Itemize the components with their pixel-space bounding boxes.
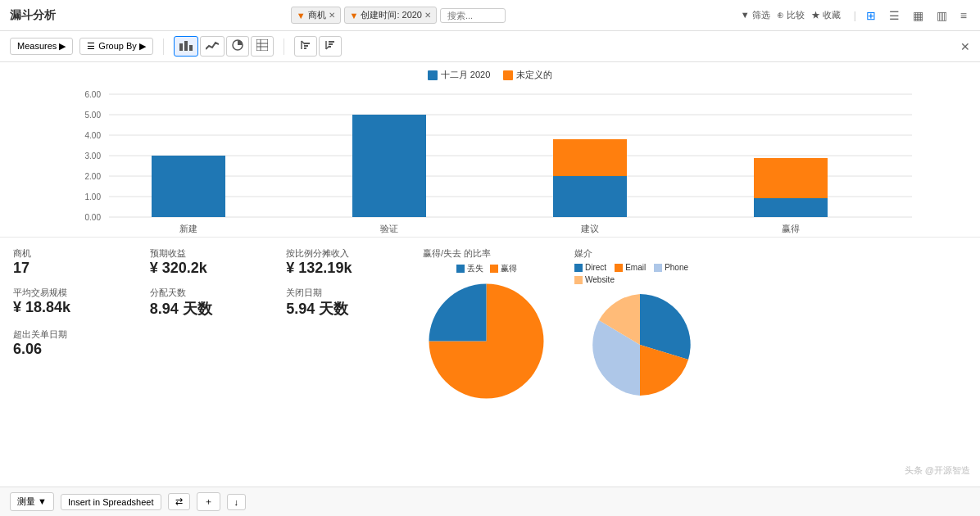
measures-bottom-label: 测量 ▼ xyxy=(17,496,47,508)
separator-2 xyxy=(284,38,284,55)
svg-rect-1 xyxy=(184,41,188,51)
legend-win-label: 赢得 xyxy=(501,263,517,274)
pie-chart-icon xyxy=(232,42,243,53)
favorite-btn[interactable]: ★ 收藏 xyxy=(811,9,841,21)
sort-asc-btn[interactable] xyxy=(294,36,317,57)
svg-text:2.00: 2.00 xyxy=(85,172,102,181)
svg-text:新建: 新建 xyxy=(179,224,197,233)
stat-days: 分配天数 8.94 天数 xyxy=(150,287,270,319)
chart-line-btn[interactable] xyxy=(200,36,225,57)
svg-rect-10 xyxy=(304,43,310,44)
stat-avg-deal-value: ¥ 18.84k xyxy=(13,299,134,316)
sort-desc-btn[interactable] xyxy=(319,36,342,57)
stat-prorated-label: 按比例分摊收入 xyxy=(286,247,406,260)
stat-overdue-value: 6.06 xyxy=(13,341,134,358)
svg-text:5.00: 5.00 xyxy=(85,111,102,120)
spreadsheet-btn[interactable]: Insert in Spreadsheet xyxy=(61,494,161,510)
svg-rect-2 xyxy=(189,45,193,51)
stats-grid: 商机 17 预期收益 ¥ 320.2k 按比例分摊收入 ¥ 132.19k 平均… xyxy=(13,247,406,358)
svg-text:1.00: 1.00 xyxy=(85,192,102,201)
legend-website: Website xyxy=(574,275,615,284)
groupby-btn[interactable]: ☰ Group By ▶ xyxy=(79,38,153,55)
chart-pie-btn[interactable] xyxy=(226,36,249,57)
legend-website-label: Website xyxy=(585,275,615,284)
filter-tag-date[interactable]: ▼ 创建时间: 2020 ✕ xyxy=(344,7,437,24)
pie-win-loss-title: 赢得/失去 的比率 xyxy=(423,247,491,260)
stats-pies-section: 商机 17 预期收益 ¥ 320.2k 按比例分摊收入 ¥ 132.19k 平均… xyxy=(0,238,980,410)
legend-direct-label: Direct xyxy=(585,263,606,272)
bar-chart-svg: 6.00 5.00 4.00 3.00 2.00 1.00 0.00 新建 验证 xyxy=(13,86,967,238)
groupby-label: Group By ▶ xyxy=(98,41,146,52)
legend-color-blue xyxy=(428,70,438,80)
spreadsheet-label: Insert in Spreadsheet xyxy=(68,497,154,507)
legend-direct-color xyxy=(574,264,583,272)
pie-media: 媒介 Direct Email Phone Website xyxy=(574,247,706,402)
chart-type-buttons xyxy=(174,36,274,57)
legend-loss-color xyxy=(456,265,465,273)
view-bar-btn[interactable]: ▦ xyxy=(910,7,927,24)
action-bar: Measures ▶ ☰ Group By ▶ xyxy=(0,31,980,62)
view-kanban-btn[interactable]: ⊞ xyxy=(863,7,879,24)
export-btn-2[interactable]: ＋ xyxy=(197,492,220,511)
bar-yingDe-orange xyxy=(754,158,828,199)
stat-days-label: 分配天数 xyxy=(150,287,270,299)
measures-btn[interactable]: Measures ▶ xyxy=(10,38,73,55)
filter-tag-merchant[interactable]: ▼ 商机 ✕ xyxy=(291,7,341,24)
chart-legend: 十二月 2020 未定义的 xyxy=(13,69,967,81)
svg-text:建议: 建议 xyxy=(580,224,599,233)
stat-merchant-value: 17 xyxy=(13,260,134,277)
pie-win-loss-svg xyxy=(423,278,550,405)
export-btn-1[interactable]: ⇄ xyxy=(168,493,190,510)
stat-prorated-value: ¥ 132.19k xyxy=(286,260,406,277)
chart-section: 十二月 2020 未定义的 6.00 5.00 4.00 3.00 2.00 1… xyxy=(0,62,980,238)
pie-media-legend: Direct Email Phone Website xyxy=(574,263,706,284)
pie-win-loss: 赢得/失去 的比率 丢失 赢得 xyxy=(423,247,550,405)
filter-tag-date-close[interactable]: ✕ xyxy=(424,11,431,20)
svg-text:0.00: 0.00 xyxy=(85,213,102,222)
stat-overdue: 超出关单日期 6.06 xyxy=(13,328,134,358)
pie-charts-section: 赢得/失去 的比率 丢失 赢得 xyxy=(423,247,967,405)
svg-rect-12 xyxy=(304,48,306,49)
svg-text:3.00: 3.00 xyxy=(85,152,102,161)
export-icon-2: ＋ xyxy=(204,496,213,508)
measures-bottom-btn[interactable]: 测量 ▼ xyxy=(10,492,54,511)
legend-label-orange: 未定义的 xyxy=(516,69,552,81)
filter-btn[interactable]: ▼ 筛选 xyxy=(741,9,770,21)
bar-yingDe-blue xyxy=(754,198,828,217)
legend-email: Email xyxy=(615,263,646,272)
stat-days-value: 8.94 天数 xyxy=(150,299,270,319)
svg-text:4.00: 4.00 xyxy=(85,131,102,140)
svg-rect-11 xyxy=(304,45,308,47)
legend-loss: 丢失 xyxy=(456,263,483,274)
table-icon xyxy=(256,42,268,53)
search-input[interactable] xyxy=(440,8,506,23)
stat-revenue-value: ¥ 320.2k xyxy=(150,260,270,277)
legend-email-label: Email xyxy=(625,263,646,272)
bar-chart-icon xyxy=(179,42,193,53)
groupby-icon: ☰ xyxy=(87,41,95,52)
export-icon-1: ⇄ xyxy=(175,496,183,507)
export-btn-3[interactable]: ↓ xyxy=(227,494,247,510)
filter-tag-merchant-close[interactable]: ✕ xyxy=(329,11,335,20)
legend-win-color xyxy=(490,265,498,273)
svg-rect-4 xyxy=(256,39,268,51)
sort-buttons xyxy=(294,36,342,57)
compare-btn[interactable]: ⊕ 比较 xyxy=(777,9,805,21)
legend-color-orange xyxy=(503,70,513,80)
stat-avg-deal-label: 平均交易规模 xyxy=(13,287,134,299)
filter-date-icon: ▼ xyxy=(350,11,359,20)
legend-phone: Phone xyxy=(654,263,688,272)
svg-rect-15 xyxy=(329,41,334,43)
expand-btn[interactable]: ✕ xyxy=(960,40,970,53)
view-more-btn[interactable]: ≡ xyxy=(957,7,970,24)
legend-label-blue: 十二月 2020 xyxy=(441,69,491,81)
view-line-btn[interactable]: ▥ xyxy=(933,7,951,24)
chart-bar-btn[interactable] xyxy=(174,36,198,57)
separator-1 xyxy=(163,38,164,55)
view-list-btn[interactable]: ☰ xyxy=(886,7,903,24)
top-bar-center: ▼ 商机 ✕ ▼ 创建时间: 2020 ✕ xyxy=(56,7,741,24)
bar-jianYi-blue xyxy=(553,176,627,217)
legend-item-orange: 未定义的 xyxy=(503,69,552,81)
stat-merchant: 商机 17 xyxy=(13,247,134,277)
chart-table-btn[interactable] xyxy=(251,36,274,57)
